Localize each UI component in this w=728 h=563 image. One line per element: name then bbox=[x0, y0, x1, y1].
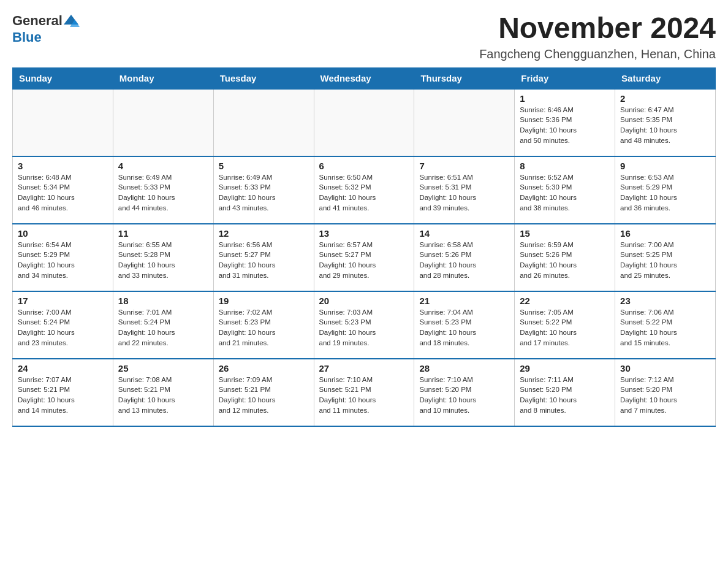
table-row: 24Sunrise: 7:07 AM Sunset: 5:21 PM Dayli… bbox=[13, 359, 113, 426]
calendar-table: Sunday Monday Tuesday Wednesday Thursday… bbox=[12, 67, 716, 427]
day-info: Sunrise: 7:03 AM Sunset: 5:23 PM Dayligh… bbox=[319, 307, 409, 348]
table-row: 11Sunrise: 6:55 AM Sunset: 5:28 PM Dayli… bbox=[113, 224, 213, 291]
day-number: 5 bbox=[219, 161, 309, 171]
table-row: 29Sunrise: 7:11 AM Sunset: 5:20 PM Dayli… bbox=[515, 359, 615, 426]
day-info: Sunrise: 6:51 AM Sunset: 5:31 PM Dayligh… bbox=[419, 172, 509, 213]
logo: General Blue bbox=[12, 12, 80, 45]
day-number: 16 bbox=[620, 228, 710, 239]
header-saturday: Saturday bbox=[615, 67, 716, 89]
day-info: Sunrise: 6:48 AM Sunset: 5:34 PM Dayligh… bbox=[18, 172, 108, 213]
header-thursday: Thursday bbox=[414, 67, 515, 89]
day-info: Sunrise: 6:53 AM Sunset: 5:29 PM Dayligh… bbox=[620, 172, 710, 213]
table-row: 13Sunrise: 6:57 AM Sunset: 5:27 PM Dayli… bbox=[314, 224, 414, 291]
table-row: 25Sunrise: 7:08 AM Sunset: 5:21 PM Dayli… bbox=[113, 359, 213, 426]
day-number: 8 bbox=[520, 161, 610, 171]
table-row: 1Sunrise: 6:46 AM Sunset: 5:36 PM Daylig… bbox=[515, 89, 615, 156]
location-title: Fangcheng Chengguanzhen, Henan, China bbox=[479, 47, 716, 61]
calendar-week-2: 3Sunrise: 6:48 AM Sunset: 5:34 PM Daylig… bbox=[13, 156, 716, 224]
day-number: 15 bbox=[520, 228, 610, 239]
day-number: 19 bbox=[219, 296, 309, 306]
day-info: Sunrise: 7:04 AM Sunset: 5:23 PM Dayligh… bbox=[419, 307, 509, 348]
table-row: 22Sunrise: 7:05 AM Sunset: 5:22 PM Dayli… bbox=[515, 291, 615, 359]
day-info: Sunrise: 7:00 AM Sunset: 5:25 PM Dayligh… bbox=[620, 240, 710, 281]
day-number: 12 bbox=[219, 228, 309, 239]
day-number: 21 bbox=[419, 296, 509, 306]
day-info: Sunrise: 6:59 AM Sunset: 5:26 PM Dayligh… bbox=[520, 240, 610, 281]
day-info: Sunrise: 7:08 AM Sunset: 5:21 PM Dayligh… bbox=[118, 375, 208, 416]
day-info: Sunrise: 6:57 AM Sunset: 5:27 PM Dayligh… bbox=[319, 240, 409, 281]
table-row bbox=[414, 89, 515, 156]
table-row: 4Sunrise: 6:49 AM Sunset: 5:33 PM Daylig… bbox=[113, 156, 213, 224]
month-title: November 2024 bbox=[479, 12, 716, 45]
day-info: Sunrise: 7:07 AM Sunset: 5:21 PM Dayligh… bbox=[18, 375, 108, 416]
header-sunday: Sunday bbox=[13, 67, 113, 89]
day-info: Sunrise: 7:12 AM Sunset: 5:20 PM Dayligh… bbox=[620, 375, 710, 416]
logo-general-text: General bbox=[12, 13, 63, 29]
day-number: 24 bbox=[18, 363, 108, 373]
table-row: 3Sunrise: 6:48 AM Sunset: 5:34 PM Daylig… bbox=[13, 156, 113, 224]
day-number: 26 bbox=[219, 363, 309, 373]
day-info: Sunrise: 7:10 AM Sunset: 5:20 PM Dayligh… bbox=[419, 375, 509, 416]
table-row: 30Sunrise: 7:12 AM Sunset: 5:20 PM Dayli… bbox=[615, 359, 716, 426]
table-row: 5Sunrise: 6:49 AM Sunset: 5:33 PM Daylig… bbox=[213, 156, 314, 224]
day-info: Sunrise: 6:47 AM Sunset: 5:35 PM Dayligh… bbox=[620, 105, 710, 146]
day-number: 20 bbox=[319, 296, 409, 306]
day-number: 27 bbox=[319, 363, 409, 373]
table-row: 20Sunrise: 7:03 AM Sunset: 5:23 PM Dayli… bbox=[314, 291, 414, 359]
day-number: 2 bbox=[620, 93, 710, 104]
calendar-week-5: 24Sunrise: 7:07 AM Sunset: 5:21 PM Dayli… bbox=[13, 359, 716, 426]
table-row: 27Sunrise: 7:10 AM Sunset: 5:21 PM Dayli… bbox=[314, 359, 414, 426]
calendar-week-1: 1Sunrise: 6:46 AM Sunset: 5:36 PM Daylig… bbox=[13, 89, 716, 156]
day-info: Sunrise: 7:10 AM Sunset: 5:21 PM Dayligh… bbox=[319, 375, 409, 416]
day-info: Sunrise: 7:05 AM Sunset: 5:22 PM Dayligh… bbox=[520, 307, 610, 348]
day-number: 14 bbox=[419, 228, 509, 239]
day-number: 18 bbox=[118, 296, 208, 306]
table-row bbox=[113, 89, 213, 156]
day-info: Sunrise: 6:49 AM Sunset: 5:33 PM Dayligh… bbox=[118, 172, 208, 213]
calendar-week-4: 17Sunrise: 7:00 AM Sunset: 5:24 PM Dayli… bbox=[13, 291, 716, 359]
table-row: 6Sunrise: 6:50 AM Sunset: 5:32 PM Daylig… bbox=[314, 156, 414, 224]
table-row bbox=[213, 89, 314, 156]
table-row: 9Sunrise: 6:53 AM Sunset: 5:29 PM Daylig… bbox=[615, 156, 716, 224]
day-number: 22 bbox=[520, 296, 610, 306]
day-number: 9 bbox=[620, 161, 710, 171]
day-info: Sunrise: 7:06 AM Sunset: 5:22 PM Dayligh… bbox=[620, 307, 710, 348]
table-row: 28Sunrise: 7:10 AM Sunset: 5:20 PM Dayli… bbox=[414, 359, 515, 426]
day-number: 6 bbox=[319, 161, 409, 171]
day-number: 7 bbox=[419, 161, 509, 171]
table-row: 23Sunrise: 7:06 AM Sunset: 5:22 PM Dayli… bbox=[615, 291, 716, 359]
title-area: November 2024 Fangcheng Chengguanzhen, H… bbox=[479, 12, 716, 61]
day-number: 28 bbox=[419, 363, 509, 373]
header-tuesday: Tuesday bbox=[213, 67, 314, 89]
day-info: Sunrise: 7:01 AM Sunset: 5:24 PM Dayligh… bbox=[118, 307, 208, 348]
day-number: 10 bbox=[18, 228, 108, 239]
day-number: 13 bbox=[319, 228, 409, 239]
header-monday: Monday bbox=[113, 67, 213, 89]
table-row: 7Sunrise: 6:51 AM Sunset: 5:31 PM Daylig… bbox=[414, 156, 515, 224]
day-info: Sunrise: 6:54 AM Sunset: 5:29 PM Dayligh… bbox=[18, 240, 108, 281]
table-row: 16Sunrise: 7:00 AM Sunset: 5:25 PM Dayli… bbox=[615, 224, 716, 291]
day-number: 23 bbox=[620, 296, 710, 306]
day-number: 29 bbox=[520, 363, 610, 373]
day-number: 1 bbox=[520, 93, 610, 104]
table-row bbox=[13, 89, 113, 156]
day-number: 17 bbox=[18, 296, 108, 306]
day-info: Sunrise: 7:11 AM Sunset: 5:20 PM Dayligh… bbox=[520, 375, 610, 416]
day-number: 30 bbox=[620, 363, 710, 373]
page-header: General Blue November 2024 Fangcheng Che… bbox=[12, 12, 716, 61]
table-row: 18Sunrise: 7:01 AM Sunset: 5:24 PM Dayli… bbox=[113, 291, 213, 359]
day-number: 11 bbox=[118, 228, 208, 239]
table-row: 14Sunrise: 6:58 AM Sunset: 5:26 PM Dayli… bbox=[414, 224, 515, 291]
table-row bbox=[314, 89, 414, 156]
day-info: Sunrise: 6:58 AM Sunset: 5:26 PM Dayligh… bbox=[419, 240, 509, 281]
day-info: Sunrise: 7:09 AM Sunset: 5:21 PM Dayligh… bbox=[219, 375, 309, 416]
logo-blue-text: Blue bbox=[12, 29, 80, 45]
day-info: Sunrise: 6:50 AM Sunset: 5:32 PM Dayligh… bbox=[319, 172, 409, 213]
calendar-body: 1Sunrise: 6:46 AM Sunset: 5:36 PM Daylig… bbox=[13, 89, 716, 426]
table-row: 26Sunrise: 7:09 AM Sunset: 5:21 PM Dayli… bbox=[213, 359, 314, 426]
day-number: 3 bbox=[18, 161, 108, 171]
header-friday: Friday bbox=[515, 67, 615, 89]
calendar-header-row: Sunday Monday Tuesday Wednesday Thursday… bbox=[13, 67, 716, 89]
day-info: Sunrise: 6:55 AM Sunset: 5:28 PM Dayligh… bbox=[118, 240, 208, 281]
day-number: 4 bbox=[118, 161, 208, 171]
